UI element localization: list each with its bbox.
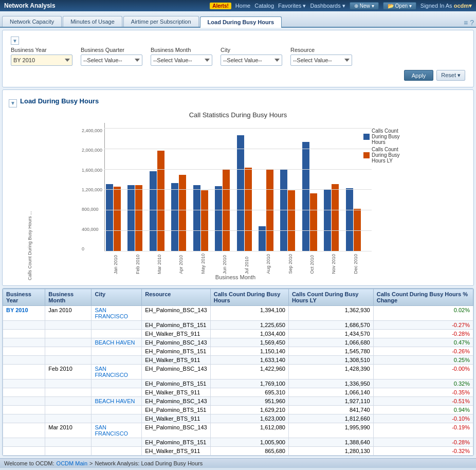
cell-pct: 0.25% xyxy=(373,356,473,365)
settings-icon[interactable]: ≡ xyxy=(464,19,468,27)
cell-city xyxy=(91,379,142,388)
x-label-mar: Mar 2010 xyxy=(149,251,170,274)
table-row: Feb 2010 SAN FRANCISCO EH_Palomino_BSC_1… xyxy=(3,365,473,379)
cell-pct: 0.02% xyxy=(373,306,473,321)
table-row: EH_Walker_BTS_911 1,623,000 1,812,660 -0… xyxy=(3,414,473,423)
cell-city[interactable]: SAN FRANCISCO xyxy=(91,423,142,438)
bar-sep-blue[interactable] xyxy=(280,170,287,251)
cell-calls: 951,960 xyxy=(210,397,288,406)
cell-month xyxy=(45,347,91,356)
nav-home[interactable]: Home xyxy=(235,3,250,9)
cell-calls: 1,623,000 xyxy=(210,414,288,423)
cell-city[interactable]: SAN FRANCISCO xyxy=(91,365,142,379)
cell-calls: 1,569,450 xyxy=(210,338,288,347)
bar-apr-orange[interactable] xyxy=(179,175,186,251)
bar-jan-blue[interactable] xyxy=(106,184,113,251)
new-button[interactable]: ⊕ New ▾ xyxy=(350,2,379,10)
bar-feb-blue[interactable] xyxy=(127,185,135,251)
bar-mar-orange[interactable] xyxy=(157,151,164,251)
cell-city xyxy=(91,347,142,356)
cell-city xyxy=(91,356,142,365)
bar-nov-orange[interactable] xyxy=(332,184,339,251)
breadcrumb-home[interactable]: OCDM Main xyxy=(57,460,88,466)
cell-calls: 865,680 xyxy=(210,447,288,456)
bar-oct-orange[interactable] xyxy=(310,193,317,251)
legend-item-orange: Calls Count During Busy Hours LY xyxy=(363,147,413,164)
nav-favorites[interactable]: Favorites ▾ xyxy=(278,3,306,9)
cell-pct: -0.35% xyxy=(373,388,473,397)
cell-calls-ly: 1,066,680 xyxy=(288,338,373,347)
bar-dec-blue[interactable] xyxy=(346,188,353,251)
filter-collapse-button[interactable]: ▼ xyxy=(11,37,19,45)
cell-city[interactable]: BEACH HAVEN xyxy=(91,338,142,347)
bar-nov-blue[interactable] xyxy=(324,189,331,251)
bar-apr-blue[interactable] xyxy=(171,183,178,251)
x-label-feb: Feb 2010 xyxy=(126,251,148,274)
tabs-icons: ≡ ? xyxy=(464,19,474,27)
bar-sep-orange[interactable] xyxy=(288,190,295,251)
business-month-select[interactable]: --Select Value-- xyxy=(151,55,212,66)
resource-select[interactable]: --Select Value-- xyxy=(290,55,352,66)
table-row: EH_Walker_BTS_911 695,310 1,066,140 -0.3… xyxy=(3,388,473,397)
x-label-apr: Apr 2010 xyxy=(170,251,192,274)
bar-may-blue[interactable] xyxy=(193,185,200,251)
bar-oct-blue[interactable] xyxy=(302,142,309,251)
cell-resource: EH_Walker_BTS_911 xyxy=(142,356,210,365)
cell-by xyxy=(3,397,45,406)
bar-jul-orange[interactable] xyxy=(245,168,252,251)
nav-catalog[interactable]: Catalog xyxy=(254,3,274,9)
bar-group-nov xyxy=(323,184,344,251)
th-business-month: Business Month xyxy=(45,289,91,306)
cell-calls: 1,150,140 xyxy=(210,347,288,356)
help-icon[interactable]: ? xyxy=(470,19,474,27)
cell-city[interactable]: BEACH HAVEN xyxy=(91,397,142,406)
open-button[interactable]: 📂 Open ▾ xyxy=(383,2,416,10)
bar-group-jun xyxy=(214,170,235,251)
bar-jan-orange[interactable] xyxy=(114,187,121,251)
cell-calls-ly: 1,362,930 xyxy=(288,306,373,321)
top-bar: Network Analysis Alerts! Home Catalog Fa… xyxy=(0,0,476,11)
cell-city[interactable]: SAN FRANCISCO xyxy=(91,306,142,321)
y-axis-area: Calls Count During Busy Hours ... 2,400,… xyxy=(63,123,104,280)
th-pct-change: Calls Count During Busy Hours % Change xyxy=(373,289,473,306)
bar-aug-orange[interactable] xyxy=(266,170,273,251)
bar-mar-blue[interactable] xyxy=(150,171,157,251)
bar-jun-orange[interactable] xyxy=(223,170,230,251)
business-quarter-select[interactable]: --Select Value-- xyxy=(81,55,142,66)
bar-jul-blue[interactable] xyxy=(237,135,244,251)
reset-button[interactable]: Reset ▾ xyxy=(436,70,465,81)
table-header-row: Business Year Business Month City Resour… xyxy=(3,289,473,306)
alert-badge[interactable]: Alerts! xyxy=(210,3,231,9)
bar-jun-blue[interactable] xyxy=(215,186,222,251)
cell-month xyxy=(45,414,91,423)
business-year-label: Business Year xyxy=(11,47,72,53)
bar-feb-orange[interactable] xyxy=(135,185,142,251)
business-year-group: Business Year BY 2010 xyxy=(11,47,72,66)
cell-resource: EH_Walker_BTS_911 xyxy=(142,414,210,423)
city-select[interactable]: --Select Value-- xyxy=(221,55,282,66)
cell-calls-ly: 1,336,950 xyxy=(288,379,373,388)
chart-container: Call Statistics During Busy Hours Calls … xyxy=(63,111,413,280)
bar-dec-orange[interactable] xyxy=(354,209,361,251)
cell-by xyxy=(3,356,45,365)
cell-month xyxy=(45,447,91,456)
nav-dashboards[interactable]: Dashboards ▾ xyxy=(310,3,345,9)
legend-color-blue xyxy=(363,134,370,140)
cell-calls-ly: 1,308,510 xyxy=(288,356,373,365)
business-year-select[interactable]: BY 2010 xyxy=(11,55,72,66)
business-month-label: Business Month xyxy=(151,47,212,53)
tab-minutes-of-usage[interactable]: Minutes of Usage xyxy=(63,16,122,27)
cell-by xyxy=(3,388,45,397)
bar-aug-blue[interactable] xyxy=(259,226,266,251)
tab-network-capacity[interactable]: Network Capacity xyxy=(2,16,62,27)
tab-airtime-per-subscription[interactable]: Airtime per Subscription xyxy=(123,16,199,27)
tab-load-during-busy-hours[interactable]: Load During Busy Hours xyxy=(200,16,282,28)
cell-by xyxy=(3,365,45,379)
cell-month xyxy=(45,330,91,338)
username[interactable]: ocdm▾ xyxy=(454,3,472,9)
table-row: EH_Palomino_BTS_151 1,225,650 1,686,570 … xyxy=(3,321,473,330)
business-month-group: Business Month --Select Value-- xyxy=(151,47,212,66)
bar-may-orange[interactable] xyxy=(201,190,208,251)
chart-collapse-button[interactable]: ▼ xyxy=(9,99,17,107)
apply-button[interactable]: Apply xyxy=(404,70,434,81)
